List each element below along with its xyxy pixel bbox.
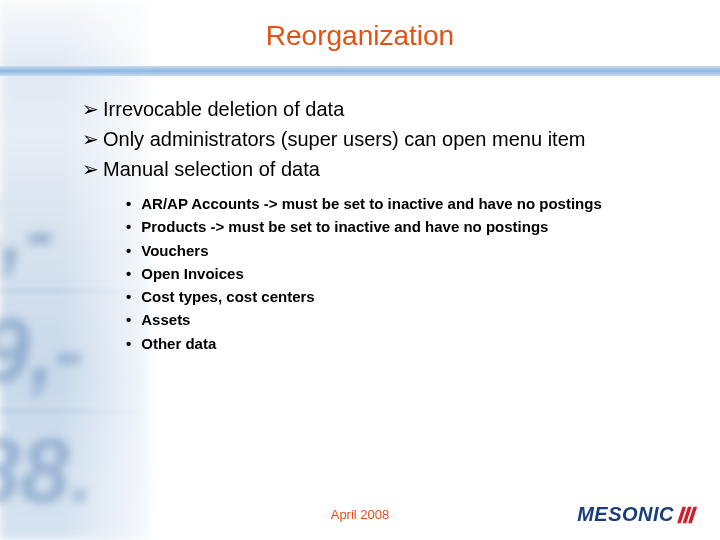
bullet-icon: •: [126, 239, 131, 262]
sub-bullet-list: • AR/AP Accounts -> must be set to inact…: [126, 192, 710, 355]
bullet-icon: •: [126, 285, 131, 308]
sub-bullet-text: Vouchers: [141, 239, 208, 262]
sub-bullet-text: Cost types, cost centers: [141, 285, 314, 308]
sub-bullet: • Vouchers: [126, 239, 710, 262]
content-area: ➢ Irrevocable deletion of data ➢ Only ad…: [82, 95, 710, 355]
main-bullet: ➢ Irrevocable deletion of data: [82, 95, 710, 124]
sub-bullet: • Cost types, cost centers: [126, 285, 710, 308]
sub-bullet-text: Other data: [141, 332, 216, 355]
sub-bullet-text: Open Invoices: [141, 262, 244, 285]
arrow-icon: ➢: [82, 125, 99, 154]
sub-bullet: • Other data: [126, 332, 710, 355]
sub-bullet: • AR/AP Accounts -> must be set to inact…: [126, 192, 710, 215]
bullet-icon: •: [126, 332, 131, 355]
sub-bullet: • Products -> must be set to inactive an…: [126, 215, 710, 238]
arrow-icon: ➢: [82, 95, 99, 124]
sub-bullet-text: AR/AP Accounts -> must be set to inactiv…: [141, 192, 602, 215]
sub-bullet-text: Products -> must be set to inactive and …: [141, 215, 548, 238]
logo: MESONIC: [577, 503, 698, 526]
accent-bar: [0, 66, 720, 76]
sub-bullet-text: Assets: [141, 308, 190, 331]
slide-title: Reorganization: [0, 20, 720, 52]
logo-stripes-icon: [676, 504, 698, 526]
sub-bullet: • Open Invoices: [126, 262, 710, 285]
bullet-icon: •: [126, 192, 131, 215]
slide: 4,- 09,- 188. Reorganization ➢ Irrevocab…: [0, 0, 720, 540]
arrow-icon: ➢: [82, 155, 99, 184]
bullet-icon: •: [126, 262, 131, 285]
main-bullet: ➢ Manual selection of data: [82, 155, 710, 184]
bullet-icon: •: [126, 215, 131, 238]
main-bullet-text: Only administrators (super users) can op…: [103, 125, 585, 154]
main-bullet: ➢ Only administrators (super users) can …: [82, 125, 710, 154]
sub-bullet: • Assets: [126, 308, 710, 331]
main-bullet-text: Irrevocable deletion of data: [103, 95, 344, 124]
logo-text: MESONIC: [577, 503, 674, 526]
main-bullet-text: Manual selection of data: [103, 155, 320, 184]
bullet-icon: •: [126, 308, 131, 331]
